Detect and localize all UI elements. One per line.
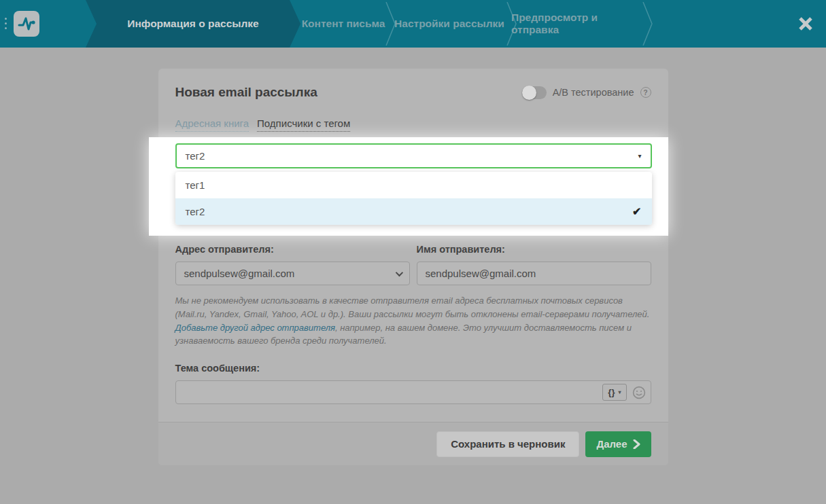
option-label: тег1: [186, 179, 205, 191]
toggle-knob: [522, 86, 536, 100]
tab-address-book[interactable]: Адресная книга: [175, 118, 249, 132]
chevron-down-icon: [395, 268, 402, 276]
braces-icon: {}: [608, 387, 615, 397]
subject-label: Тема сообщения:: [158, 348, 668, 374]
tag-select-spotlight: тег2 ▾ тег1 тег2 ✔: [149, 137, 668, 236]
check-icon: ✔: [632, 205, 641, 218]
tab-label: Информация о рассылке: [127, 18, 258, 30]
tag-dropdown: тег1 тег2 ✔: [175, 172, 652, 225]
app-logo[interactable]: [14, 11, 39, 37]
new-campaign-card: Новая email рассылка А/В тестирование ? …: [158, 69, 668, 465]
tab-separator: [642, 2, 654, 46]
tag-option-2[interactable]: тег2 ✔: [175, 198, 652, 225]
tab-label: Настройки рассылки: [394, 18, 504, 30]
add-sender-address-link[interactable]: Добавьте другой адрес отправителя: [175, 323, 335, 333]
variables-button[interactable]: {} ▾: [602, 384, 626, 401]
sender-address-select[interactable]: sendpulsew@gmail.com: [175, 262, 410, 285]
disclaimer-text: Мы не рекомендуем использовать в качеств…: [175, 295, 650, 319]
ab-test-label: А/В тестирование: [553, 87, 634, 98]
next-button[interactable]: Далее: [585, 431, 651, 457]
emoji-button[interactable]: [632, 386, 646, 399]
tab-campaign-settings[interactable]: Настройки рассылки: [393, 0, 506, 48]
close-icon: [798, 16, 813, 31]
tag-select[interactable]: тег2 ▾: [175, 143, 652, 168]
tab-label: Предпросмотр и отправка: [511, 12, 640, 36]
tab-subscribers-with-tag[interactable]: Подписчики с тегом: [257, 118, 350, 132]
sender-name-input[interactable]: [426, 268, 642, 279]
chevron-right-icon: [633, 439, 640, 449]
close-button[interactable]: [796, 14, 815, 33]
option-label: тег2: [186, 206, 205, 217]
wizard-header: Информация о рассылке Контент письма Нас…: [0, 0, 826, 48]
tab-preview-send[interactable]: Предпросмотр и отправка: [511, 0, 640, 48]
ab-test-toggle[interactable]: [522, 86, 547, 99]
tag-select-value: тег2: [186, 150, 205, 162]
smiley-icon: [632, 386, 646, 399]
tab-campaign-info[interactable]: Информация о рассылке: [86, 0, 300, 48]
sender-disclaimer: Мы не рекомендуем использовать в качеств…: [158, 285, 668, 348]
page-title: Новая email рассылка: [175, 85, 317, 100]
pulse-icon: [16, 14, 37, 34]
help-icon[interactable]: ?: [640, 87, 651, 98]
tab-label: Контент письма: [302, 18, 385, 30]
card-footer: Сохранить в черновик Далее: [158, 422, 668, 465]
save-draft-button[interactable]: Сохранить в черновик: [436, 431, 579, 457]
tag-option-1[interactable]: тег1: [175, 172, 652, 198]
menu-dots-icon[interactable]: [5, 15, 7, 32]
chevron-down-icon: ▾: [618, 389, 621, 395]
sender-address-value: sendpulsew@gmail.com: [184, 268, 295, 279]
tab-email-content[interactable]: Контент письма: [299, 0, 388, 48]
chevron-down-icon: ▾: [638, 152, 641, 160]
sender-name-label: Имя отправителя:: [417, 244, 651, 255]
sender-address-label: Адрес отправителя:: [175, 244, 410, 255]
next-button-label: Далее: [596, 438, 627, 450]
subject-input[interactable]: [175, 380, 651, 404]
